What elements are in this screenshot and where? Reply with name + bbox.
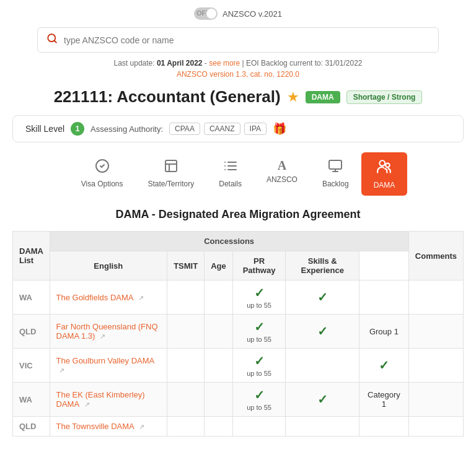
age-header: Age: [205, 251, 233, 280]
tab-visa-options[interactable]: Visa Options: [69, 152, 136, 196]
svg-rect-3: [165, 160, 177, 172]
svg-point-16: [386, 163, 390, 168]
skills-experience-col: Category 1: [359, 383, 409, 417]
dama-list-link[interactable]: The Goldfields DAMA: [56, 293, 134, 302]
occupation-name: Accountant (General): [117, 87, 280, 106]
state-territory-icon: [164, 159, 178, 177]
external-link-icon: ↗: [138, 294, 144, 302]
table-row: WA The Goldfields DAMA ↗ ✓up to 55 ✓: [13, 280, 464, 315]
dama-name-col: The Townsville DAMA ↗: [50, 417, 167, 437]
anzsco-icon: A: [278, 159, 286, 173]
tsmit-col: [205, 349, 233, 383]
gift-icon[interactable]: 🎁: [273, 122, 286, 136]
dama-name-col: Far North Queensland (FNQ DAMA 1.3) ↗: [50, 315, 167, 349]
state-col: WA: [13, 280, 50, 315]
table-row: WA The EK (East Kimberley) DAMA ↗ ✓up to…: [13, 383, 464, 417]
skill-level-label: Skill Level: [25, 124, 64, 134]
english-col: [167, 280, 205, 315]
dama-list-link[interactable]: The Goulburn Valley DAMA: [56, 356, 155, 365]
comments-col: [408, 349, 463, 383]
comments-col: [408, 383, 463, 417]
pr-pathway-col: ✓: [286, 280, 359, 315]
svg-point-15: [379, 160, 385, 166]
age-col: ✓up to 55: [232, 315, 286, 349]
pr-pathway-col: ✓: [286, 315, 359, 349]
english-col: [167, 315, 205, 349]
top-bar: OFF ANZSCO v.2021: [0, 0, 476, 25]
tab-details[interactable]: Details: [206, 152, 254, 196]
tsmit-col: [205, 315, 233, 349]
dama-name-col: The Goldfields DAMA ↗: [50, 280, 167, 315]
english-header: English: [50, 251, 167, 280]
see-more-link[interactable]: see more: [209, 59, 240, 67]
anzsco-version-toggle[interactable]: OFF: [194, 7, 218, 20]
pr-pathway-col: [286, 349, 359, 383]
age-note: up to 55: [247, 404, 271, 411]
check-icon: ✓: [317, 290, 328, 304]
search-input[interactable]: [64, 35, 430, 45]
shortage-badge: Shortage / Strong: [346, 90, 423, 104]
external-link-icon: ↗: [59, 367, 64, 374]
dama-name-col: The EK (East Kimberley) DAMA ↗: [50, 383, 167, 417]
skills-experience-col: ✓: [359, 349, 409, 383]
pr-pathway-header: PR Pathway: [232, 251, 286, 280]
assessing-authority-label: Assessing Authority:: [90, 124, 163, 134]
age-col: ✓up to 55: [232, 280, 286, 315]
age-col: ✓up to 55: [232, 349, 286, 383]
tsmit-col: [205, 417, 233, 437]
comments-header: Comments: [408, 232, 463, 280]
last-update-label: Last update:: [114, 59, 157, 67]
age-note: up to 55: [247, 302, 271, 309]
authority-caanz[interactable]: CAANZ: [204, 123, 240, 135]
skills-experience-col: [359, 280, 409, 315]
age-check-icon: ✓: [254, 319, 265, 334]
tab-anzsco[interactable]: A ANZSCO: [254, 152, 310, 196]
title-area: 221111: Accountant (General) ★ DAMA Shor…: [0, 87, 476, 106]
info-bar: Last update: 01 April 2022 - see more | …: [0, 59, 476, 67]
authority-ipa[interactable]: IPA: [244, 123, 267, 135]
details-icon: [223, 159, 238, 177]
eoi-text: | EOI Backlog current to: 31/01/2022: [242, 59, 363, 67]
english-col: [167, 349, 205, 383]
svg-line-1: [54, 40, 56, 42]
check-icon: ✓: [379, 359, 389, 372]
tab-backlog-label: Backlog: [322, 180, 349, 188]
occupation-title: 221111: Accountant (General): [54, 87, 281, 106]
table-row: QLD The Townsville DAMA ↗: [13, 417, 464, 437]
search-bar: [37, 27, 439, 53]
dama-badge: DAMA: [306, 91, 340, 103]
search-icon: [46, 33, 58, 47]
dama-section: DAMA - Designated Area Migration Agreeme…: [0, 208, 476, 437]
backlog-icon: [328, 159, 343, 177]
table-row: VIC The Goulburn Valley DAMA ↗ ✓up to 55…: [13, 349, 464, 383]
tab-details-label: Details: [219, 180, 242, 188]
svg-rect-12: [329, 160, 342, 169]
skill-level-bar: Skill Level 1 Assessing Authority: CPAA …: [12, 115, 464, 142]
age-check-icon: ✓: [254, 285, 265, 300]
comments-col: [408, 417, 463, 437]
version-text: ANZSCO v.2021: [223, 9, 282, 19]
dama-list-link[interactable]: The Townsville DAMA: [56, 422, 134, 431]
pr-pathway-col: ✓: [286, 383, 359, 417]
tab-dama-label: DAMA: [374, 181, 395, 189]
authority-badges: CPAA CAANZ IPA: [169, 123, 267, 135]
navigation-tabs: Visa Options State/Territory Details A A…: [12, 152, 464, 196]
dama-list-link[interactable]: Far North Queensland (FNQ DAMA 1.3): [56, 322, 158, 341]
tab-visa-options-label: Visa Options: [81, 180, 123, 188]
state-col: QLD: [13, 417, 50, 437]
dama-list-link[interactable]: The EK (East Kimberley) DAMA: [56, 390, 145, 409]
check-icon: ✓: [317, 393, 328, 406]
age-col: ✓up to 55: [232, 383, 286, 417]
tab-backlog[interactable]: Backlog: [310, 152, 361, 196]
tab-state-territory[interactable]: State/Territory: [136, 152, 207, 196]
last-update-date: 01 April 2022: [157, 59, 203, 67]
dama-icon: [376, 159, 392, 178]
age-col: [232, 417, 286, 437]
dama-name-col: The Goulburn Valley DAMA ↗: [50, 349, 167, 383]
authority-cpaa[interactable]: CPAA: [169, 123, 200, 135]
star-icon[interactable]: ★: [287, 89, 299, 105]
comments-col: [408, 315, 463, 349]
tab-dama[interactable]: DAMA: [361, 152, 408, 196]
english-col: [167, 417, 205, 437]
age-note: up to 55: [247, 336, 271, 343]
